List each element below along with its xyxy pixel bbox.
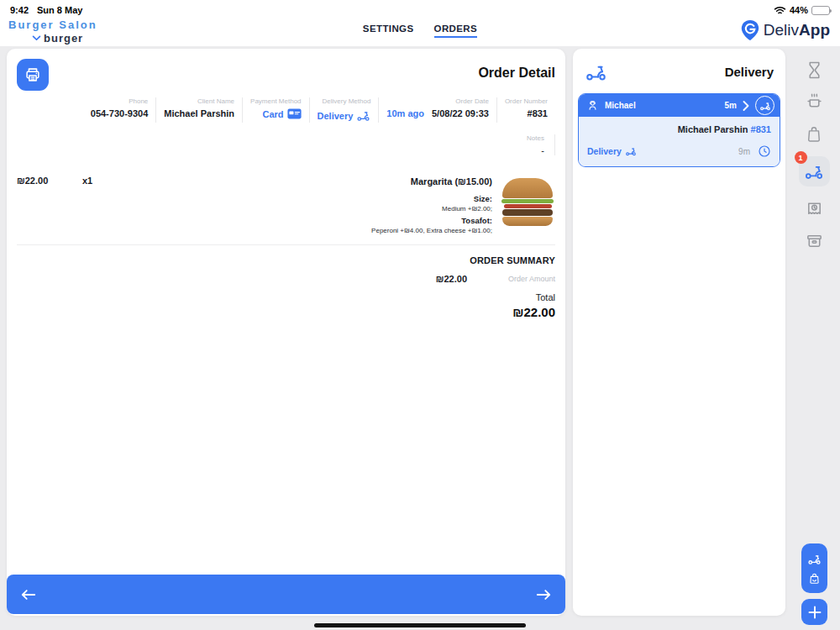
bag-icon	[806, 124, 822, 144]
ticket-clock-icon	[805, 199, 824, 218]
order-summary: ORDER SUMMARY ₪22.00 Order Amount Total …	[7, 255, 565, 319]
order-meta-row: Phone 054-730-9304 Client Name Michael P…	[7, 97, 565, 123]
order-status-sidebar: 1	[788, 49, 840, 630]
ready-orders-tab[interactable]	[806, 124, 822, 144]
option-group-value: Medium +₪2.00;	[371, 205, 492, 213]
option-group-label: Size:	[371, 194, 492, 203]
battery-percent: 44%	[790, 5, 808, 15]
delivery-job-body: Michael Parshin #831 Delivery	[579, 117, 780, 166]
scooter-icon	[759, 100, 771, 112]
takeaway-bag-icon	[808, 572, 821, 585]
courier-time: 5m	[725, 101, 737, 110]
time-ago: 10m ago	[386, 108, 424, 118]
order-summary-title: ORDER SUMMARY	[7, 255, 555, 265]
courier-bar: Michael 5m	[579, 94, 780, 117]
order-amount-label: Order Amount	[467, 275, 555, 283]
order-nav-bar	[7, 575, 565, 614]
plus-icon	[807, 605, 822, 620]
main-tabs: SETTINGS ORDERS	[0, 24, 840, 38]
courier-icon	[586, 99, 599, 112]
delivery-status: Delivery	[587, 145, 637, 157]
field-client-name: Client Name Michael Parshin	[155, 97, 242, 123]
arrow-right-icon	[534, 587, 553, 602]
scheduled-orders-tab[interactable]	[805, 199, 824, 218]
hourglass-icon	[806, 60, 823, 80]
logo-text: DelivApp	[764, 21, 830, 39]
clock-date: Sun 8 May	[37, 5, 82, 15]
printer-icon	[24, 66, 42, 84]
sidebar-actions	[801, 543, 827, 625]
total-label: Total	[7, 292, 555, 302]
option-group-value: Peperoni +₪4.00, Extra cheese +₪1.00;	[371, 227, 492, 234]
pending-orders-tab[interactable]	[806, 60, 823, 80]
archive-box-icon	[805, 231, 824, 250]
item-details: Margarita (₪15.00) Size: Medium +₪2.00; …	[371, 176, 492, 234]
item-name: Margarita (₪15.00)	[371, 176, 492, 186]
add-order-button[interactable]	[801, 599, 827, 625]
order-detail-title: Order Detail	[478, 66, 555, 81]
delivery-eta: 9m	[738, 147, 750, 156]
clock-time: 9:42	[10, 5, 29, 15]
scooter-icon	[804, 161, 824, 181]
delivapp-pin-icon	[740, 19, 760, 41]
app-screen: 9:42 Sun 8 May 44% Burger Salon burger	[0, 0, 840, 630]
delivery-pickup-toggle[interactable]	[801, 543, 827, 593]
scooter-icon	[356, 108, 370, 123]
delivery-order-number[interactable]: #831	[751, 124, 771, 134]
divider	[17, 244, 555, 245]
main-area: Order Detail Phone 054-730-9304 Client N…	[0, 46, 840, 630]
chevron-right-icon[interactable]	[743, 101, 749, 111]
delivery-panel: Delivery Michael 5m	[573, 49, 785, 616]
cooking-pot-icon	[805, 92, 824, 112]
field-payment-method: Payment Method Card	[242, 97, 308, 123]
total-value: ₪22.00	[7, 305, 555, 319]
closed-orders-tab[interactable]	[805, 231, 824, 250]
delivapp-logo: DelivApp	[740, 19, 830, 41]
scooter-icon	[806, 552, 822, 566]
item-photo-burger	[500, 176, 555, 228]
wifi-icon	[774, 6, 786, 15]
delivery-job-card[interactable]: Michael 5m	[578, 93, 780, 167]
home-indicator[interactable]	[314, 623, 526, 627]
field-order-number: Order Number #831	[496, 97, 555, 123]
item-quantity: x1	[82, 176, 92, 186]
order-amount-value: ₪22.00	[436, 274, 467, 284]
cooking-orders-tab[interactable]	[805, 92, 824, 112]
field-order-date: Order Date 10m ago5/08/22 09:33	[378, 97, 496, 123]
delivery-client-name: Michael Parshin	[678, 124, 748, 134]
order-detail-panel: Order Detail Phone 054-730-9304 Client N…	[7, 49, 565, 616]
app-header: Burger Salon burger SETTINGS ORDERS Deli…	[0, 17, 840, 46]
status-bar: 9:42 Sun 8 May 44%	[0, 0, 840, 17]
prev-order-button[interactable]	[17, 583, 40, 606]
field-phone: Phone 054-730-9304	[83, 97, 156, 123]
delivery-orders-tab[interactable]: 1	[799, 156, 830, 186]
tab-orders[interactable]: ORDERS	[434, 24, 478, 38]
scooter-icon	[625, 145, 637, 157]
clock-icon[interactable]	[758, 144, 771, 158]
scooter-icon	[585, 60, 607, 83]
delivery-panel-title: Delivery	[725, 65, 774, 79]
notification-badge: 1	[795, 151, 807, 164]
assign-courier-button[interactable]	[755, 96, 774, 115]
print-button[interactable]	[17, 59, 49, 91]
battery-icon	[811, 6, 830, 15]
order-item-row: ₪22.00 x1 Margarita (₪15.00) Size: Mediu…	[7, 176, 565, 234]
notes-field: Notes -	[7, 134, 555, 155]
next-order-button[interactable]	[532, 583, 555, 606]
option-group-label: Tosafot:	[371, 216, 492, 225]
item-line-total: ₪22.00	[17, 176, 82, 186]
courier-name: Michael	[605, 101, 719, 110]
field-delivery-method: Delivery Method Delivery	[309, 97, 379, 123]
arrow-left-icon	[19, 587, 38, 602]
credit-card-icon	[287, 108, 302, 119]
tab-settings[interactable]: SETTINGS	[363, 24, 414, 38]
